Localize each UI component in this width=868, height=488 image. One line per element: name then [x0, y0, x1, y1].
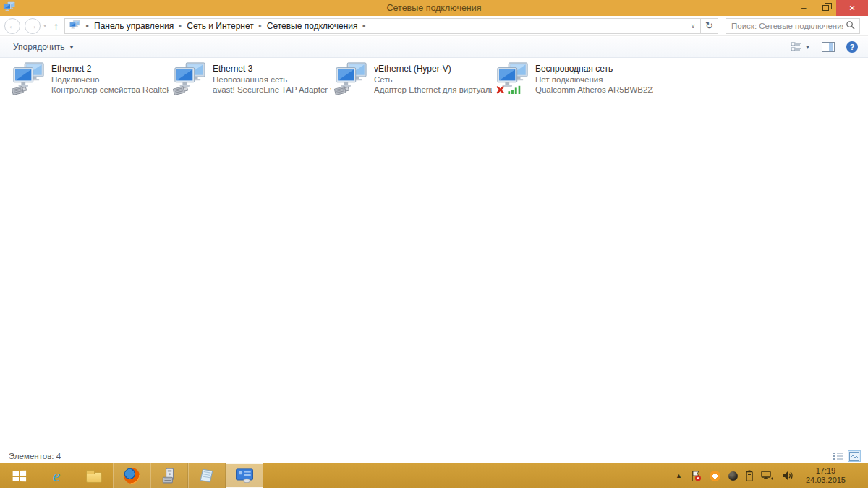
- connection-item-ethernet2[interactable]: Ethernet 2 Подключено Контроллер семейст…: [12, 61, 169, 95]
- titlebar: Сетевые подключения – ✕: [0, 0, 868, 16]
- caret-down-icon: ▼: [69, 45, 74, 50]
- up-button[interactable]: ↑: [54, 20, 59, 32]
- taskbar-control-panel-active[interactable]: [226, 463, 263, 488]
- address-bar: ← → ▾ ↑ ▸ Панель управления ▸ Сеть и Инт…: [0, 16, 868, 36]
- breadcrumb-control-panel[interactable]: Панель управления: [92, 21, 176, 31]
- wifi-disconnected-icon: [495, 61, 529, 95]
- taskbar-firefox[interactable]: [113, 463, 150, 488]
- taskbar-clock[interactable]: 17:19 24.03.2015: [801, 466, 851, 485]
- connection-item-vethernet[interactable]: vEthernet (Hyper-V) Сеть Адаптер Etherne…: [334, 61, 492, 95]
- avast-tray-icon[interactable]: [710, 471, 720, 481]
- start-button[interactable]: [0, 463, 38, 488]
- connection-name: Ethernet 3: [213, 64, 331, 74]
- volume-tray-icon[interactable]: [782, 471, 793, 481]
- close-button[interactable]: ✕: [836, 0, 868, 16]
- taskbar-internet-explorer[interactable]: e: [38, 463, 75, 488]
- caret-down-icon: ▼: [805, 45, 810, 50]
- address-dropdown-icon[interactable]: ∨: [686, 22, 700, 30]
- app-icon: [3, 1, 15, 14]
- ethernet-connection-icon: [12, 61, 45, 95]
- view-select-icon: [791, 42, 802, 52]
- connection-device: Qualcomm Atheros AR5BWB222 ...: [535, 85, 653, 95]
- connection-device: avast! SecureLine TAP Adapter v3: [213, 85, 331, 95]
- connection-status: Подключено: [51, 74, 169, 85]
- refresh-button[interactable]: ↻: [701, 18, 718, 34]
- ethernet-connection-icon: [173, 61, 206, 95]
- window-title: Сетевые подключения: [0, 3, 868, 13]
- icons-view-button[interactable]: [848, 450, 861, 462]
- taskbar: e ▲ 17:19: [0, 463, 868, 488]
- breadcrumb-separator-icon: ▸: [83, 22, 92, 29]
- connection-item-ethernet3[interactable]: Ethernet 3 Неопознанная сеть avast! Secu…: [173, 61, 331, 95]
- details-view-button[interactable]: [832, 450, 845, 462]
- minimize-button[interactable]: –: [793, 0, 814, 16]
- restore-icon: [822, 5, 829, 11]
- clock-date: 24.03.2015: [806, 476, 846, 485]
- computer-tower-icon: [161, 468, 177, 484]
- connection-status: Неопознанная сеть: [213, 74, 331, 85]
- connections-list: Ethernet 2 Подключено Контроллер семейст…: [0, 58, 868, 448]
- taskbar-system-app[interactable]: [150, 463, 188, 488]
- battery-tray-icon[interactable]: [746, 470, 753, 481]
- location-icon: [69, 20, 80, 31]
- connection-name: vEthernet (Hyper-V): [374, 64, 492, 74]
- connection-status: Нет подключения: [535, 74, 653, 85]
- dark-sphere-icon: [728, 471, 738, 481]
- connection-name: Беспроводная сеть: [535, 64, 653, 74]
- items-count: Элементов: 4: [9, 452, 61, 461]
- tray-overflow-icon[interactable]: ▲: [676, 472, 682, 479]
- restore-button[interactable]: [814, 0, 836, 16]
- search-box[interactable]: [726, 18, 860, 34]
- status-bar: Элементов: 4: [0, 448, 868, 463]
- connection-name: Ethernet 2: [51, 64, 169, 74]
- forward-button[interactable]: →: [25, 18, 41, 34]
- organize-label: Упорядочить: [13, 42, 64, 52]
- back-button[interactable]: ←: [4, 18, 20, 34]
- preview-pane-button[interactable]: [822, 42, 835, 52]
- connection-item-wireless[interactable]: Беспроводная сеть Нет подключения Qualco…: [495, 61, 653, 95]
- ethernet-connection-icon: [334, 61, 367, 95]
- notepad-icon: [199, 468, 215, 484]
- change-view-button[interactable]: ▼: [791, 42, 810, 52]
- network-tray-icon[interactable]: [761, 471, 774, 481]
- action-center-flag-icon[interactable]: [690, 470, 702, 481]
- connection-status: Сеть: [374, 74, 492, 85]
- windows-logo-icon: [12, 470, 25, 481]
- breadcrumb-network-connections[interactable]: Сетевые подключения: [265, 21, 360, 31]
- address-field[interactable]: ▸ Панель управления ▸ Сеть и Интернет ▸ …: [64, 18, 701, 34]
- control-panel-icon: [236, 468, 253, 483]
- help-button[interactable]: ?: [846, 41, 858, 53]
- taskbar-notepad[interactable]: [188, 463, 226, 488]
- breadcrumb-network-internet[interactable]: Сеть и Интернет: [184, 21, 255, 31]
- history-dropdown-icon[interactable]: ▾: [43, 22, 46, 29]
- firefox-icon: [124, 468, 140, 484]
- search-input[interactable]: [726, 22, 846, 30]
- organize-button[interactable]: Упорядочить ▼: [13, 42, 74, 52]
- desktop: Сетевые подключения – ✕ ← → ▾ ↑ ▸ Панель…: [0, 0, 868, 488]
- breadcrumb-separator-icon[interactable]: ▸: [360, 22, 369, 29]
- tray-app-icon[interactable]: [728, 471, 738, 481]
- taskbar-file-explorer[interactable]: [75, 463, 113, 488]
- command-toolbar: Упорядочить ▼ ▼ ?: [0, 37, 868, 58]
- preview-pane-icon: [822, 42, 835, 52]
- connection-device: Адаптер Ethernet для виртуальн...: [374, 85, 492, 95]
- orange-ring-icon: [710, 471, 720, 481]
- clock-time: 17:19: [806, 466, 846, 476]
- breadcrumb-separator-icon[interactable]: ▸: [256, 22, 265, 29]
- internet-explorer-icon: e: [53, 467, 61, 484]
- breadcrumb-separator-icon[interactable]: ▸: [176, 22, 184, 29]
- connection-device: Контроллер семейства Realtek P...: [51, 85, 169, 95]
- search-icon[interactable]: [846, 20, 856, 33]
- folder-icon: [86, 472, 102, 483]
